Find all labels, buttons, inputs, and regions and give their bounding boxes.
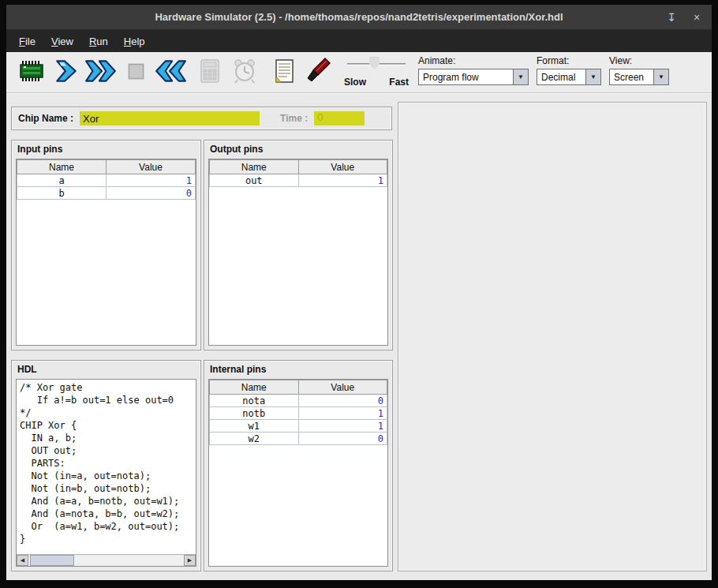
internal-pins-panel: Internal pins Name Value nota 0 bbox=[204, 360, 393, 571]
pin-name: out bbox=[210, 174, 299, 187]
format-label: Format: bbox=[537, 55, 601, 66]
chevron-down-icon[interactable]: ▼ bbox=[513, 69, 528, 84]
scrollbar-track[interactable] bbox=[28, 555, 184, 566]
table-row: nota 0 bbox=[210, 395, 387, 407]
view-value: Screen bbox=[610, 69, 653, 84]
window-title: Hardware Simulator (2.5) - /home/thomas/… bbox=[155, 11, 563, 23]
column-header-name: Name bbox=[17, 160, 107, 174]
menu-help[interactable]: Help bbox=[116, 32, 153, 51]
pin-name: w1 bbox=[210, 420, 299, 433]
main-content: Chip Name : Time : 0 Input pins Name Val… bbox=[6, 93, 712, 580]
pin-value[interactable]: 1 bbox=[107, 174, 196, 187]
hdl-viewer: /* Xor gate If a!=b out=1 else out=0 */ … bbox=[16, 379, 196, 567]
close-button[interactable]: × bbox=[690, 11, 704, 24]
minimize-button[interactable]: ↧ bbox=[664, 11, 679, 24]
hdl-title: HDL bbox=[12, 361, 200, 377]
script-icon bbox=[270, 57, 298, 88]
view-select[interactable]: Screen ▼ bbox=[609, 69, 669, 85]
single-step-icon bbox=[54, 58, 78, 87]
stop-button[interactable] bbox=[118, 55, 153, 90]
format-select[interactable]: Decimal ▼ bbox=[537, 69, 601, 85]
speed-slider[interactable]: Slow Fast bbox=[344, 56, 409, 89]
pin-name: notb bbox=[210, 407, 299, 420]
internal-pins-title: Internal pins bbox=[204, 361, 392, 377]
internal-pins-table: Name Value nota 0 notb 1 bbox=[208, 379, 388, 567]
stop-icon bbox=[123, 58, 148, 87]
scroll-right-icon[interactable]: ▶ bbox=[184, 555, 196, 566]
calculator-icon bbox=[196, 57, 224, 88]
pin-name: a bbox=[17, 174, 107, 187]
format-value: Decimal bbox=[537, 69, 585, 84]
table-row: w2 0 bbox=[210, 433, 387, 445]
pin-value[interactable]: 1 bbox=[298, 420, 387, 433]
window-frame: Hardware Simulator (2.5) - /home/thomas/… bbox=[0, 0, 718, 588]
column-header-name: Name bbox=[210, 380, 299, 395]
load-chip-button[interactable] bbox=[14, 55, 49, 90]
chevron-down-icon[interactable]: ▼ bbox=[653, 69, 668, 84]
rewind-icon bbox=[154, 58, 187, 87]
column-header-value: Value bbox=[298, 160, 387, 174]
view-hdl-button[interactable] bbox=[267, 55, 301, 90]
chevron-down-icon[interactable]: ▼ bbox=[585, 69, 600, 84]
column-header-value: Value bbox=[107, 160, 196, 174]
time-label: Time : bbox=[280, 113, 308, 124]
clock-icon bbox=[230, 57, 259, 88]
slow-label: Slow bbox=[344, 77, 366, 88]
input-pins-table: Name Value a 1 b 0 bbox=[16, 159, 196, 346]
title-bar[interactable]: Hardware Simulator (2.5) - /home/thomas/… bbox=[6, 5, 712, 30]
fast-label: Fast bbox=[389, 77, 409, 88]
output-pins-title: Output pins bbox=[204, 140, 392, 157]
output-pins-table: Name Value out 1 bbox=[208, 159, 388, 346]
single-step-button[interactable] bbox=[49, 55, 84, 90]
pin-value[interactable]: 0 bbox=[298, 433, 387, 445]
reset-button[interactable] bbox=[153, 55, 188, 90]
chip-name-input[interactable] bbox=[80, 111, 260, 125]
input-pins-panel: Input pins Name Value a 1 bbox=[11, 140, 201, 350]
pin-value[interactable]: 0 bbox=[107, 187, 196, 200]
format-group: Format: Decimal ▼ bbox=[537, 55, 601, 90]
view-group: View: Screen ▼ bbox=[609, 55, 669, 90]
pin-value[interactable]: 1 bbox=[298, 407, 387, 420]
pin-value[interactable]: 0 bbox=[298, 395, 387, 407]
pin-name: b bbox=[17, 187, 107, 200]
pin-name: w2 bbox=[210, 433, 299, 445]
animate-group: Animate: Program flow ▼ bbox=[418, 55, 529, 90]
slider-thumb[interactable] bbox=[369, 58, 380, 69]
pin-value[interactable]: 1 bbox=[298, 174, 387, 187]
column-header-name: Name bbox=[210, 160, 299, 174]
calculator-button[interactable] bbox=[193, 55, 227, 90]
screen-display-panel bbox=[398, 102, 707, 571]
menu-bar: File View Run Help bbox=[6, 30, 712, 52]
toolbar: Slow Fast Animate: Program flow ▼ Format… bbox=[6, 52, 712, 93]
hdl-horizontal-scrollbar[interactable]: ◀ ▶ bbox=[17, 554, 196, 566]
paintbrush-icon bbox=[305, 57, 333, 88]
clock-button[interactable] bbox=[227, 55, 262, 90]
time-value: 0 bbox=[314, 111, 365, 125]
slider-labels: Slow Fast bbox=[344, 77, 409, 88]
table-row: b 0 bbox=[17, 187, 196, 200]
chip-icon bbox=[17, 57, 47, 88]
scroll-left-icon[interactable]: ◀ bbox=[17, 555, 28, 566]
menu-view[interactable]: View bbox=[43, 32, 81, 51]
hardware-simulator-window: Hardware Simulator (2.5) - /home/thomas/… bbox=[6, 5, 712, 580]
animate-value: Program flow bbox=[419, 69, 513, 84]
chip-name-label: Chip Name : bbox=[18, 113, 73, 124]
input-pins-title: Input pins bbox=[12, 140, 200, 157]
hdl-code: /* Xor gate If a!=b out=1 else out=0 */ … bbox=[17, 380, 196, 554]
animate-select[interactable]: Program flow ▼ bbox=[418, 69, 529, 85]
pin-name: nota bbox=[210, 395, 299, 407]
menu-run[interactable]: Run bbox=[81, 32, 116, 51]
window-controls: ↧ × bbox=[664, 5, 704, 30]
view-label: View: bbox=[609, 55, 669, 66]
column-header-value: Value bbox=[298, 380, 387, 395]
hdl-panel: HDL /* Xor gate If a!=b out=1 else out=0… bbox=[11, 360, 201, 571]
table-row: notb 1 bbox=[210, 407, 387, 420]
clear-button[interactable] bbox=[301, 55, 336, 90]
scrollbar-thumb[interactable] bbox=[30, 555, 74, 566]
chip-name-bar: Chip Name : Time : 0 bbox=[11, 107, 392, 130]
menu-file[interactable]: File bbox=[11, 32, 43, 51]
fast-forward-icon bbox=[84, 58, 118, 87]
table-row: w1 1 bbox=[210, 420, 387, 433]
table-row: out 1 bbox=[210, 174, 387, 187]
run-button[interactable] bbox=[84, 55, 118, 90]
